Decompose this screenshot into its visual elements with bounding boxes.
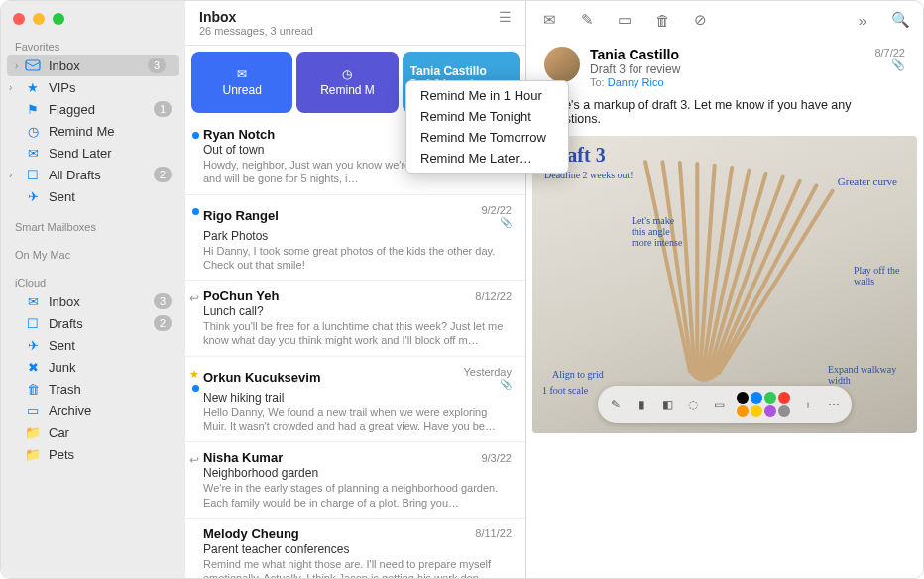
zoom-window[interactable] [53,13,64,25]
sidebar-sendlater[interactable]: ✉ Send Later [1,142,185,164]
swatch[interactable] [737,392,749,404]
archive-icon[interactable]: ▭ [616,11,634,29]
swatch[interactable] [737,405,749,417]
message-list[interactable]: Ryan Notch7/22 Out of town Howdy, neighb… [185,119,525,578]
sender: Melody Cheung [203,526,299,541]
more-icon[interactable]: ⋯ [826,397,842,412]
subject: Parent teacher conferences [203,542,512,556]
pen-icon[interactable]: ✎ [608,397,624,412]
inbox-icon [25,58,41,73]
eraser-icon[interactable]: ◧ [659,397,675,412]
message-item[interactable]: Melody Cheung8/11/22 Parent teacher conf… [185,519,525,578]
icloud-drafts[interactable]: ☐ Drafts 2 [1,312,185,334]
sidebar-flagged[interactable]: ⚑ Flagged 1 [1,98,185,120]
unread-dot-icon [192,132,199,139]
preview: Hi Danny, I took some great photos of th… [203,244,512,273]
close-window[interactable] [13,13,25,25]
label: Remind Me [49,124,172,139]
replied-icon: ↩ [189,453,199,467]
message-item[interactable]: ↩ Nisha Kumar9/3/22 Neighborhood garden … [185,442,525,519]
label: Sent [49,189,172,204]
envelope-icon[interactable]: ✉ [540,11,558,29]
sender: Nisha Kumar [203,450,283,465]
label: Inbox [49,58,140,73]
lasso-icon[interactable]: ◌ [685,397,701,412]
sender: Ryan Notch [203,127,275,142]
sent-icon: ✈ [25,188,41,204]
remind-tomorrow[interactable]: Remind Me Tomorrow [406,127,568,148]
remind-tonight[interactable]: Remind Me Tonight [406,106,568,127]
icloud-junk[interactable]: ✖ Junk [1,356,185,378]
swatch[interactable] [778,405,790,417]
annotation: Play off the walls [854,265,903,287]
label: Junk [49,360,172,375]
to-name[interactable]: Danny Rico [608,76,664,88]
swatch[interactable] [751,392,762,404]
list-subtitle: 26 messages, 3 unread [199,25,313,37]
ruler-icon[interactable]: ▭ [711,397,727,412]
badge: 3 [148,58,166,73]
label: Send Later [49,146,172,161]
label: Archive [49,404,172,418]
remind-later[interactable]: Remind Me Later… [406,148,568,169]
add-icon[interactable]: ＋ [800,397,816,412]
annotation: Align to grid [552,369,604,380]
message-item[interactable]: ↩ PoChun Yeh8/12/22 Lunch call? Think yo… [185,281,525,357]
replied-icon: ↩ [189,291,199,305]
icloud-sent[interactable]: ✈ Sent [1,334,185,356]
icloud-inbox[interactable]: ✉ Inbox 3 [1,290,185,312]
sidebar-inbox[interactable]: › Inbox 3 [7,55,179,76]
sidebar-alldrafts[interactable]: › ☐ All Drafts 2 [1,164,185,185]
trash-icon: 🗑 [25,381,41,397]
disclosure-icon: › [15,60,18,71]
sent-icon: ✈ [25,337,41,353]
label: Car [49,425,172,440]
date: 8/12/22 [475,290,512,302]
sidebar-sent[interactable]: ✈ Sent [1,185,185,207]
label: VIPs [49,80,172,95]
message-item[interactable]: Rigo Rangel9/2/22📎 Park Photos Hi Danny,… [185,195,525,282]
compose-icon[interactable]: ✎ [578,11,596,29]
sidebar-remindme[interactable]: ◷ Remind Me [1,120,185,142]
date: 8/7/22 [874,47,905,58]
more-icon[interactable]: » [854,11,871,29]
icloud-pets[interactable]: 📁 Pets [1,443,185,465]
swatch[interactable] [764,392,776,404]
message-header: Tania Castillo Draft 3 for review To: Da… [526,37,923,98]
attachment-image[interactable]: Draft 3 Deadline 2 weeks out! Let's make… [532,136,917,433]
smart-label: Smart Mailboxes [1,217,185,235]
swatch[interactable] [751,405,762,417]
trash-icon[interactable]: 🗑 [653,11,671,29]
annotation: 1 foot scale [542,385,588,396]
search-icon[interactable]: 🔍 [891,11,909,29]
icloud-car[interactable]: 📁 Car [1,421,185,443]
flag-icon: ⚑ [25,101,41,117]
junk-icon[interactable]: ⊘ [691,11,709,29]
swatch[interactable] [764,405,776,417]
highlighter-icon[interactable]: ▮ [634,397,649,412]
icloud-archive[interactable]: ▭ Archive [1,400,185,421]
swatch[interactable] [778,392,790,404]
card-remind[interactable]: ◷ Remind M [296,52,398,113]
sendlater-icon: ✉ [25,145,41,161]
minimize-window[interactable] [33,13,45,25]
annotation: Expand walkway width [828,364,897,386]
reader-pane: ✉ ✎ ▭ 🗑 ⊘ » 🔍 Tania Castillo Draft 3 for… [526,1,923,578]
unread-dot-icon [192,385,199,392]
icloud-trash[interactable]: 🗑 Trash [1,378,185,400]
subject: Park Photos [203,229,512,243]
inbox-icon: ✉ [25,293,41,309]
sidebar: Favorites › Inbox 3 › ★ VIPs ⚑ Flagged 1… [1,1,185,578]
sidebar-vips[interactable]: › ★ VIPs [1,76,185,98]
list-header: Inbox 26 messages, 3 unread ☰ [185,1,525,46]
archive-icon: ▭ [25,403,41,418]
annotation: Let's make this angle more intense [632,215,691,248]
clock-icon: ◷ [25,123,41,139]
card-unread[interactable]: ✉ Unread [191,52,292,113]
remind-1h[interactable]: Remind Me in 1 Hour [406,85,568,106]
message-item[interactable]: ★ Orkun KucuksevimYesterday📎 New hiking … [185,357,525,443]
markup-toolbar: ✎ ▮ ◧ ◌ ▭ ＋ ⋯ [598,386,852,423]
color-swatches [737,392,790,417]
icloud-label: iCloud [1,273,185,290]
filter-icon[interactable]: ☰ [499,9,512,25]
